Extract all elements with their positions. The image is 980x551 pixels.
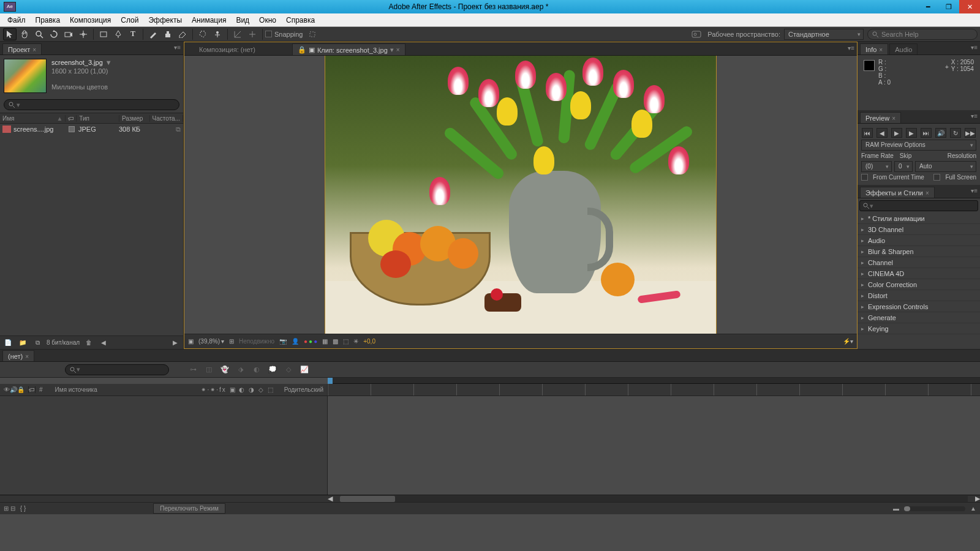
panel-menu-icon[interactable]: ▾≡ [971, 187, 978, 194]
col-label[interactable]: 🏷 [66, 115, 77, 122]
panel-menu-icon[interactable]: ▾≡ [848, 45, 854, 51]
effect-category[interactable]: Expression Controls [858, 301, 980, 312]
effect-category[interactable]: * Стили анимации [858, 213, 980, 224]
new-folder-button[interactable]: 📁 [17, 338, 28, 348]
timeline-scrollbar[interactable] [340, 496, 968, 502]
graph-editor-button[interactable]: 📈 [298, 364, 311, 376]
col-freq[interactable]: Частота... [150, 115, 183, 122]
roto-tool[interactable] [196, 28, 209, 40]
mute-button[interactable]: 🔊 [935, 128, 946, 138]
ram-preview-dropdown[interactable]: RAM Preview Options [861, 140, 976, 151]
chevron-down-icon[interactable]: ▾ [390, 46, 394, 54]
menu-анимация[interactable]: Анимация [187, 15, 231, 26]
close-icon[interactable]: × [32, 47, 36, 53]
play-button[interactable]: ▶ [891, 128, 902, 138]
framerate-dropdown[interactable]: (0) [861, 161, 892, 172]
search-tool-icon[interactable] [690, 28, 703, 40]
layer-list[interactable] [0, 396, 328, 495]
prev-arrow[interactable]: ◀ [98, 338, 109, 348]
last-frame-button[interactable]: ⏭ [921, 128, 932, 138]
interpret-footage-button[interactable]: 📄 [2, 338, 13, 348]
zoom-slider[interactable] [904, 506, 965, 511]
help-search[interactable]: Search Help [867, 29, 978, 40]
source-name-col[interactable]: Имя источника [55, 386, 97, 393]
exposure-reset-button[interactable]: ✳ [353, 338, 358, 345]
next-arrow[interactable]: ▶ [170, 338, 181, 348]
effect-category[interactable]: Keying [858, 323, 980, 334]
effect-category[interactable]: Channel [858, 257, 980, 268]
resolution-dropdown[interactable]: Auto [915, 161, 976, 172]
effect-category[interactable]: Generate [858, 312, 980, 323]
tab-timeline[interactable]: (нет)× [2, 350, 34, 361]
menu-файл[interactable]: Файл [2, 15, 31, 26]
timeline-ruler[interactable] [328, 384, 980, 395]
menu-окно[interactable]: Окно [254, 15, 281, 26]
panel-menu-icon[interactable]: ▾≡ [174, 44, 181, 51]
fast-preview-button[interactable]: ⚡▾ [843, 338, 853, 345]
tab-preview[interactable]: Preview× [860, 112, 901, 123]
close-button[interactable]: ✕ [959, 0, 980, 13]
panel-menu-icon[interactable]: ▾≡ [971, 44, 978, 51]
switches-cols[interactable]: ⁕·⁕·fx ▣ ◐ ◑ ◇ ⬚ [201, 386, 274, 393]
exposure-value[interactable]: +0,0 [363, 338, 375, 345]
menu-правка[interactable]: Правка [31, 15, 66, 26]
from-current-checkbox[interactable] [861, 174, 868, 181]
label-col[interactable]: 🏷 [28, 386, 36, 393]
tab-composition-empty[interactable]: Композиция: (нет) [187, 44, 268, 55]
frame-blend-button[interactable]: ⬗ [234, 364, 247, 376]
menu-эффекты[interactable]: Эффекты [143, 15, 187, 26]
workspace-dropdown[interactable]: Стандартное [784, 29, 864, 40]
rectangle-tool[interactable] [97, 28, 110, 40]
timeline-tracks[interactable] [328, 396, 980, 495]
timeline-search[interactable]: ▾ [65, 364, 169, 375]
loop-button[interactable]: ↻ [950, 128, 961, 138]
viewer-canvas[interactable] [184, 56, 857, 334]
minimize-button[interactable]: ━ [918, 0, 938, 13]
col-size[interactable]: Размер [119, 115, 150, 122]
timeline-work-area[interactable] [328, 378, 980, 384]
snapshot-button[interactable]: 📷 [279, 338, 287, 345]
channel-rgb-button[interactable]: ●●● [304, 338, 317, 345]
panel-menu-icon[interactable]: ▾≡ [971, 113, 978, 119]
auto-keyframe-button[interactable]: ◇ [282, 364, 295, 376]
channel-red-button[interactable]: 👤 [292, 338, 299, 345]
delete-button[interactable]: 🗑 [83, 338, 94, 348]
effect-category[interactable]: Blur & Sharpen [858, 246, 980, 257]
puppet-tool[interactable] [211, 28, 224, 40]
effects-list[interactable]: * Стили анимации3D ChannelAudioBlur & Sh… [858, 213, 980, 349]
effect-category[interactable]: CINEMA 4D [858, 268, 980, 279]
axis-local-button[interactable] [231, 28, 244, 40]
ram-preview-button[interactable]: ▶▶ [965, 128, 976, 138]
parent-col[interactable]: Родительский [284, 386, 323, 393]
comp-mini-flow-button[interactable]: ⊶ [186, 364, 200, 376]
brainstorm-button[interactable]: 💭 [266, 364, 279, 376]
toggle-switches-button[interactable]: ⊞ ⊟ [4, 505, 15, 512]
effect-category[interactable]: Color Correction [858, 279, 980, 290]
tab-clip[interactable]: 🔒 ▣ Клип: screenshot_3.jpg ▾ × [292, 43, 405, 55]
region-button[interactable]: ⬚ [343, 338, 349, 345]
motion-blur-button[interactable]: ◐ [250, 364, 263, 376]
fullscreen-checkbox[interactable] [933, 174, 940, 181]
project-list[interactable]: screens....jpg JPEG 308 КБ ⧉ [0, 124, 183, 335]
brush-tool[interactable] [146, 28, 160, 40]
effect-category[interactable]: Distort [858, 290, 980, 301]
close-icon[interactable]: × [396, 47, 400, 53]
maximize-button[interactable]: ❐ [938, 0, 959, 13]
new-comp-button[interactable]: ⧉ [32, 338, 43, 348]
effects-search[interactable]: ▾ [859, 200, 978, 211]
chevron-down-icon[interactable]: ▼ [105, 59, 112, 66]
anchor-tool[interactable] [77, 28, 90, 40]
menu-композиция[interactable]: Композиция [65, 15, 116, 26]
row-menu-icon[interactable]: ⧉ [176, 126, 181, 133]
effect-category[interactable]: Audio [858, 235, 980, 246]
bpc-label[interactable]: 8 бит/канал [47, 339, 80, 346]
zoom-dropdown[interactable]: (39,8%) ▾ [198, 338, 224, 345]
col-type[interactable]: Тип [77, 115, 119, 122]
axis-world-button[interactable] [246, 28, 259, 40]
hide-shy-button[interactable]: 👻 [218, 364, 232, 376]
pen-tool[interactable] [111, 28, 125, 40]
resolution-button[interactable]: ⊞ [229, 338, 234, 345]
selection-tool[interactable] [3, 28, 17, 40]
tab-effects[interactable]: Эффекты и Стили× [860, 187, 935, 198]
asset-row[interactable]: screens....jpg JPEG 308 КБ ⧉ [0, 124, 183, 135]
